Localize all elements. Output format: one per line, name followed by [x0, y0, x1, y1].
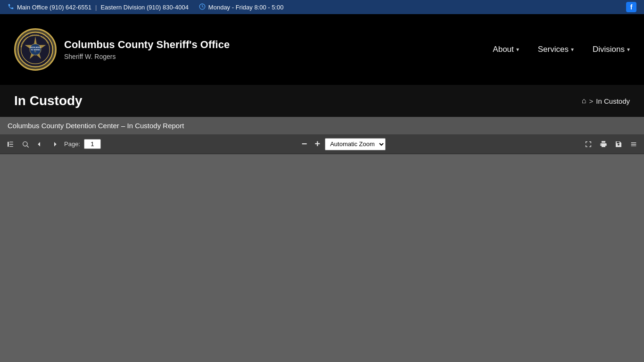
- svg-line-14: [27, 146, 29, 148]
- site-subtitle: Sheriff W. Rogers: [64, 53, 230, 60]
- search-button[interactable]: [19, 139, 32, 150]
- zoom-in-button[interactable]: +: [312, 137, 323, 151]
- page-header: In Custody ⌂ > In Custody: [0, 85, 644, 117]
- nav-divisions-label: Divisions: [593, 45, 625, 54]
- site-title: Columbus County Sheriff's Office Sheriff…: [64, 39, 230, 60]
- svg-text:NC: NC: [34, 51, 37, 53]
- zoom-select[interactable]: Automatic ZoomActual SizePage FitPage Wi…: [325, 138, 386, 150]
- eastern-division-text: Eastern Division (910) 830-4004: [100, 4, 188, 11]
- svg-rect-9: [8, 141, 9, 147]
- nav-about-chevron: ▾: [516, 46, 519, 53]
- breadcrumb-separator: >: [589, 97, 594, 105]
- svg-rect-10: [9, 141, 13, 142]
- facebook-icon[interactable]: f: [626, 2, 636, 12]
- nav-services[interactable]: Services ▾: [538, 45, 574, 54]
- main-office-text: Main Office (910) 642-6551: [17, 4, 91, 11]
- svg-text:TO SERVE: TO SERVE: [31, 49, 40, 51]
- clock-icon: [199, 3, 206, 11]
- logo-area: DEDICATED TO SERVE NC INTEGRITY • HONOR …: [14, 28, 230, 71]
- site-name: Columbus County Sheriff's Office: [64, 39, 230, 51]
- contact-info: Main Office (910) 642-6551 | Eastern Div…: [8, 3, 284, 11]
- nav-divisions-chevron: ▾: [627, 46, 630, 53]
- breadcrumb: ⌂ > In Custody: [582, 97, 630, 105]
- page-label: Page:: [64, 140, 80, 148]
- prev-page-button[interactable]: [34, 139, 46, 149]
- nav-divisions[interactable]: Divisions ▾: [593, 45, 630, 54]
- nav-about-label: About: [493, 45, 513, 54]
- top-bar: Main Office (910) 642-6551 | Eastern Div…: [0, 0, 644, 14]
- save-button[interactable]: [612, 139, 625, 150]
- zoom-out-button[interactable]: −: [299, 137, 310, 151]
- home-icon[interactable]: ⌂: [582, 97, 586, 105]
- phone-icon: [8, 3, 14, 11]
- more-options-button[interactable]: [627, 139, 640, 150]
- header: DEDICATED TO SERVE NC INTEGRITY • HONOR …: [0, 14, 644, 85]
- fullscreen-button[interactable]: [582, 139, 595, 150]
- toggle-sidebar-button[interactable]: [4, 139, 17, 150]
- main-nav: About ▾ Services ▾ Divisions ▾: [493, 45, 630, 54]
- sheriff-badge: DEDICATED TO SERVE NC INTEGRITY • HONOR …: [14, 28, 57, 71]
- next-page-button[interactable]: [48, 139, 60, 149]
- pdf-content-area: [0, 154, 644, 362]
- report-label: Columbus County Detention Center – In Cu…: [0, 117, 644, 134]
- svg-point-13: [23, 141, 27, 146]
- page-number-input[interactable]: [84, 139, 101, 149]
- report-label-text: Columbus County Detention Center – In Cu…: [8, 122, 184, 130]
- svg-rect-12: [9, 146, 13, 147]
- separator: |: [95, 4, 97, 11]
- nav-services-chevron: ▾: [571, 46, 574, 53]
- svg-rect-11: [9, 144, 13, 144]
- hours-text: Monday - Friday 8:00 - 5:00: [208, 4, 284, 11]
- pdf-toolbar: Page: − + Automatic ZoomActual SizePage …: [0, 134, 644, 154]
- nav-about[interactable]: About ▾: [493, 45, 519, 54]
- page-title: In Custody: [14, 93, 83, 108]
- print-button[interactable]: [597, 139, 610, 150]
- nav-services-label: Services: [538, 45, 569, 54]
- breadcrumb-current: In Custody: [596, 97, 630, 105]
